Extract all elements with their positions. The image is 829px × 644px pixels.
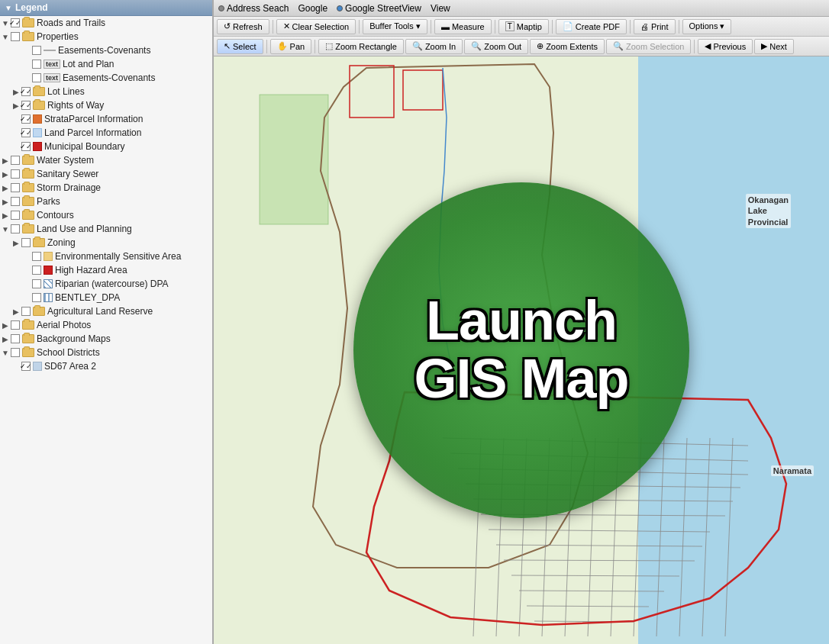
checkbox-roads[interactable]: ✓ [11, 18, 20, 27]
folder-icon [33, 307, 45, 316]
roads-label: Roads and Trails [37, 18, 105, 28]
checkbox-land-parcel[interactable]: ✓ [21, 128, 31, 137]
sidebar-item-hazard[interactable]: High Hazard Area [0, 263, 212, 277]
streetview-label: Google StreetView [345, 3, 421, 14]
pan-button[interactable]: ✋ Pan [270, 39, 312, 54]
checkbox-storm[interactable] [11, 183, 20, 192]
next-button[interactable]: ▶ Next [754, 39, 794, 54]
checkbox-municipal[interactable]: ✓ [21, 142, 31, 151]
sidebar-item-school[interactable]: ▼ School Districts [0, 346, 212, 359]
legend-arrow: ▼ [5, 4, 12, 12]
sidebar-item-bentley[interactable]: BENTLEY_DPA [0, 291, 212, 304]
sidebar-item-municipal[interactable]: ✓ Municipal Boundary [0, 140, 212, 153]
sidebar-item-background[interactable]: ▶ Background Maps [0, 332, 212, 346]
expand-icon: ▶ [0, 211, 11, 220]
clear-selection-button[interactable]: ✕ Clear Selection [276, 19, 356, 34]
checkbox-water[interactable] [11, 156, 20, 165]
checkbox-parks[interactable] [11, 197, 20, 206]
view-item[interactable]: View [431, 3, 450, 14]
zoom-extents-button[interactable]: ⊕ Zoom Extents [530, 39, 605, 54]
checkbox-sanitary[interactable] [11, 169, 20, 179]
sidebar-item-land-parcel[interactable]: ✓ Land Parcel Information [0, 126, 212, 140]
sidebar-item-agri[interactable]: ▶ Agricultural Land Reserve [0, 304, 212, 318]
checkbox-lot-lines[interactable]: ✓ [21, 87, 31, 96]
previous-button[interactable]: ◀ Previous [698, 39, 753, 54]
zoom-rectangle-button[interactable]: ⬚ Zoom Rectangle [318, 39, 404, 54]
expand-icon: ▶ [0, 321, 11, 330]
separator [679, 20, 679, 34]
sanitary-label: Sanitary Sewer [37, 169, 98, 179]
zoom-out-button[interactable]: 🔍 Zoom Out [464, 39, 528, 54]
separator [266, 40, 267, 53]
separator [552, 20, 553, 34]
sidebar-item-sanitary[interactable]: ▶ Sanitary Sewer [0, 167, 212, 181]
checkbox-aerial[interactable] [11, 320, 20, 330]
checkbox-contours[interactable] [11, 211, 20, 220]
refresh-button[interactable]: ↺ Refresh [217, 19, 269, 34]
checkbox-land-use[interactable] [11, 224, 20, 233]
streetview-item[interactable]: Google StreetView [337, 3, 421, 14]
checkbox-school[interactable] [11, 348, 20, 357]
maptip-button[interactable]: T Maptip [498, 19, 549, 34]
refresh-icon: ↺ [224, 21, 231, 31]
zoom-rect-icon: ⬚ [325, 41, 333, 51]
sidebar-item-zoning[interactable]: ▶ Zoning [0, 236, 212, 250]
text-icon: text [44, 73, 60, 82]
select-button[interactable]: ↖ Select [217, 39, 263, 54]
sidebar-item-sd67[interactable]: ✓ SD67 Area 2 [0, 359, 212, 373]
sidebar-item-properties[interactable]: ▼ Properties [0, 30, 212, 43]
checkbox-easements2[interactable] [32, 73, 41, 82]
svg-line-13 [527, 606, 649, 607]
next-icon: ▶ [761, 41, 767, 51]
maptip-icon: T [505, 21, 514, 31]
measure-button[interactable]: ▬ Measure [434, 19, 492, 34]
checkbox-agri[interactable] [21, 307, 31, 316]
options-button[interactable]: Options ▾ [682, 19, 732, 34]
checkbox-lot-plan[interactable] [32, 60, 41, 69]
sidebar-item-land-use[interactable]: ▼ Land Use and Planning [0, 222, 212, 236]
checkbox-rights-of-way[interactable]: ✓ [21, 101, 31, 110]
checkbox-env[interactable] [32, 252, 41, 261]
checkbox-riparian[interactable] [32, 279, 41, 288]
sidebar-item-env[interactable]: Environmentally Sensitive Area [0, 250, 212, 263]
folder-icon [22, 348, 34, 357]
create-pdf-button[interactable]: 📄 Create PDF [556, 19, 627, 34]
google-label: Google [298, 3, 327, 14]
checkbox-bentley[interactable] [32, 293, 41, 302]
sidebar-item-easements1[interactable]: Easements-Covenants [0, 43, 212, 57]
checkbox-strata[interactable]: ✓ [21, 114, 31, 124]
sidebar-item-roads[interactable]: ▼ ✓ Roads and Trails [0, 16, 212, 30]
naramata-label: Naramata [771, 465, 814, 476]
easements2-label: Easements-Covenants [63, 72, 155, 83]
pan-icon: ✋ [277, 41, 288, 51]
zoom-in-button[interactable]: 🔍 Zoom In [405, 39, 463, 54]
sidebar-item-lot-plan[interactable]: text Lot and Plan [0, 57, 212, 71]
separator [431, 20, 431, 34]
checkbox-hazard[interactable] [32, 266, 41, 275]
buffer-tools-button[interactable]: Buffer Tools ▾ [363, 19, 427, 34]
rights-of-way-label: Rights of Way [47, 100, 104, 111]
checkbox-easements1[interactable] [32, 46, 41, 55]
sidebar-item-rights-of-way[interactable]: ▶ ✓ Rights of Way [0, 98, 212, 112]
sidebar-item-riparian[interactable]: Riparian (watercourse) DPA [0, 277, 212, 291]
sidebar-item-storm[interactable]: ▶ Storm Drainage [0, 181, 212, 195]
address-search-item[interactable]: Address Seach [218, 3, 289, 14]
svg-rect-29 [403, 70, 443, 110]
checkbox-sd67[interactable]: ✓ [21, 362, 31, 371]
launch-gis-map-overlay[interactable]: Launch GIS Map [353, 182, 689, 518]
zoom-selection-button[interactable]: 🔍 Zoom Selection [606, 39, 691, 54]
sidebar-item-strata[interactable]: ✓ StrataParcel Information [0, 112, 212, 126]
sidebar-item-parks[interactable]: ▶ Parks [0, 195, 212, 208]
sidebar-item-lot-lines[interactable]: ▶ ✓ Lot Lines [0, 85, 212, 98]
sidebar-item-contours[interactable]: ▶ Contours [0, 208, 212, 222]
sidebar-item-aerial[interactable]: ▶ Aerial Photos [0, 318, 212, 332]
google-item[interactable]: Google [298, 3, 327, 14]
checkbox-zoning[interactable] [21, 238, 31, 247]
sidebar-item-easements2[interactable]: text Easements-Covenants [0, 71, 212, 85]
print-button[interactable]: 🖨 Print [634, 19, 676, 34]
sidebar-item-water[interactable]: ▶ Water System [0, 153, 212, 167]
bentley-label: BENTLEY_DPA [55, 292, 120, 303]
checkbox-properties[interactable] [11, 32, 20, 41]
checkbox-background[interactable] [11, 334, 20, 343]
hazard-label: High Hazard Area [55, 265, 127, 275]
